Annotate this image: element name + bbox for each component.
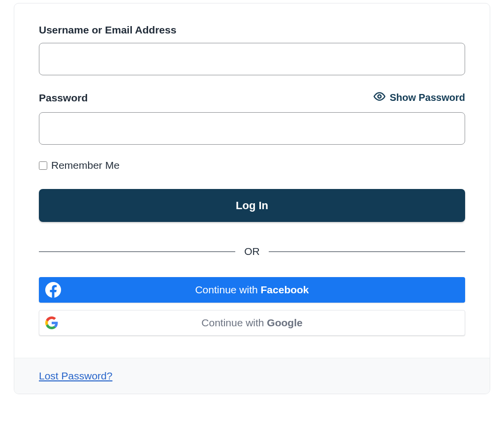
svg-point-0: [378, 95, 381, 98]
divider-line-right: [269, 251, 465, 252]
facebook-icon: [45, 282, 62, 298]
password-label: Password: [39, 92, 88, 104]
continue-with-google-button[interactable]: Continue with Google: [39, 310, 465, 336]
google-button-text: Continue with Google: [39, 317, 465, 329]
divider-line-left: [39, 251, 235, 252]
password-input[interactable]: [39, 112, 465, 145]
or-divider: OR: [39, 246, 465, 257]
password-label-row: Password Show Password: [39, 90, 465, 105]
remember-checkbox[interactable]: [39, 161, 47, 170]
facebook-prefix: Continue with: [195, 284, 260, 295]
username-group: Username or Email Address: [39, 24, 465, 75]
remember-label[interactable]: Remember Me: [51, 159, 120, 171]
login-body: Username or Email Address Password Show …: [14, 3, 490, 358]
google-prefix: Continue with: [201, 317, 267, 328]
divider-text: OR: [235, 246, 269, 257]
username-input[interactable]: [39, 43, 465, 75]
facebook-button-text: Continue with Facebook: [39, 284, 465, 296]
google-icon: [45, 316, 58, 329]
show-password-toggle[interactable]: Show Password: [373, 90, 465, 105]
facebook-provider: Facebook: [261, 284, 309, 295]
login-card: Username or Email Address Password Show …: [14, 3, 490, 394]
show-password-label: Show Password: [390, 92, 465, 103]
remember-row: Remember Me: [39, 159, 465, 171]
username-label-row: Username or Email Address: [39, 24, 465, 36]
continue-with-facebook-button[interactable]: Continue with Facebook: [39, 277, 465, 303]
eye-icon: [373, 90, 386, 105]
username-label: Username or Email Address: [39, 24, 176, 36]
lost-password-link[interactable]: Lost Password?: [39, 370, 112, 381]
login-footer: Lost Password?: [14, 358, 490, 394]
password-group: Password Show Password: [39, 90, 465, 145]
google-provider: Google: [267, 317, 302, 328]
login-button[interactable]: Log In: [39, 189, 465, 222]
